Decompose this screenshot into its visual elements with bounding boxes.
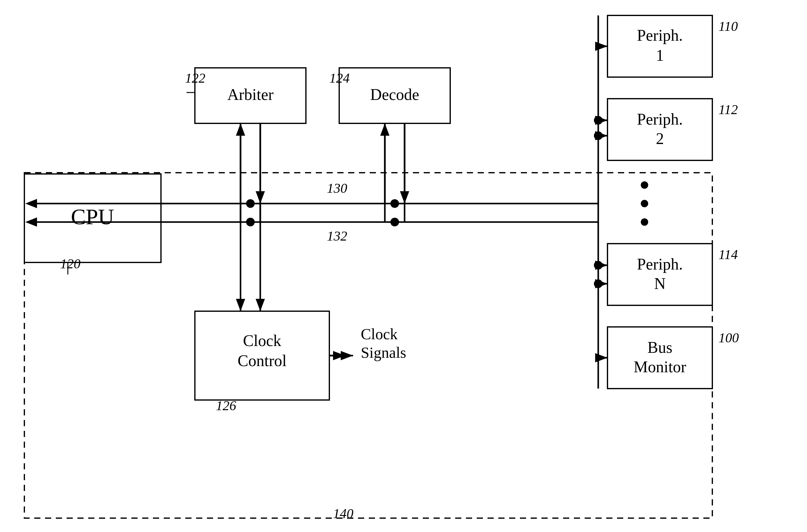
junction-arbiter-upper bbox=[246, 199, 255, 208]
arrow-bus-monitor bbox=[595, 353, 608, 362]
ref-140: 140 bbox=[333, 506, 353, 521]
diagram-container: CPU Arbiter Decode Clock Control Periph.… bbox=[0, 0, 807, 532]
arrow-clock-down bbox=[236, 299, 245, 311]
periphN-label2: N bbox=[654, 275, 666, 292]
ref-114: 114 bbox=[718, 247, 738, 262]
bus-monitor-label1: Bus bbox=[648, 339, 673, 356]
periphN-label1: Periph. bbox=[637, 255, 683, 273]
arrow-periph2-upper bbox=[595, 116, 608, 125]
dot2 bbox=[641, 200, 648, 207]
ref-120: 120 bbox=[60, 256, 80, 271]
cpu-label: CPU bbox=[71, 205, 114, 229]
ref-132: 132 bbox=[327, 229, 347, 244]
arbiter-label: Arbiter bbox=[227, 86, 273, 103]
ref-124: 124 bbox=[329, 71, 350, 86]
dot3 bbox=[641, 218, 648, 226]
clock-signals-label1: Clock bbox=[361, 325, 398, 343]
periph2-label1: Periph. bbox=[637, 110, 683, 128]
arrow-periph2-lower bbox=[595, 131, 608, 140]
clock-signals-label2: Signals bbox=[361, 344, 406, 361]
clock-control-label1: Clock bbox=[243, 332, 281, 349]
ref-130: 130 bbox=[327, 181, 347, 196]
junction-decode-lower bbox=[390, 218, 399, 226]
arrow-periphN-upper bbox=[595, 261, 608, 270]
ref-100: 100 bbox=[718, 330, 739, 345]
ref-126: 126 bbox=[216, 398, 236, 413]
junction-decode-upper bbox=[390, 199, 399, 208]
dot1 bbox=[641, 181, 648, 189]
arrow-periphN-lower bbox=[595, 279, 608, 288]
arrow-periph1 bbox=[595, 42, 608, 51]
periph1-label1: Periph. bbox=[637, 26, 683, 44]
periph2-label2: 2 bbox=[656, 130, 664, 147]
bus-monitor-label2: Monitor bbox=[634, 358, 686, 376]
ref-112: 112 bbox=[718, 102, 738, 117]
ref-122: 122 bbox=[185, 71, 205, 86]
arrow-clock-signals-head bbox=[341, 351, 353, 360]
decode-label: Decode bbox=[370, 86, 419, 103]
periph1-label2: 1 bbox=[656, 46, 664, 64]
junction-arbiter-lower bbox=[246, 218, 255, 226]
ref-110: 110 bbox=[718, 19, 738, 34]
arrow-clock-down2 bbox=[256, 299, 265, 311]
clock-control-label2: Control bbox=[238, 352, 287, 369]
